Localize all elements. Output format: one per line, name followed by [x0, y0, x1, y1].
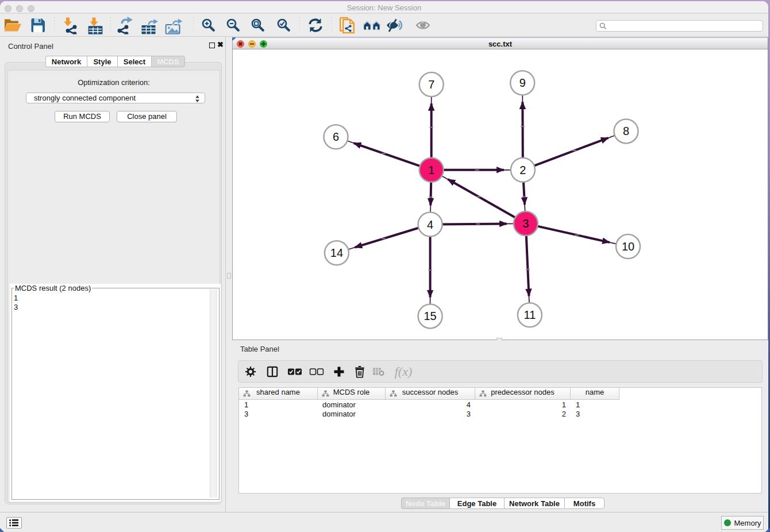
svg-text:9: 9: [519, 76, 526, 89]
svg-text:6: 6: [333, 130, 339, 143]
svg-text:2: 2: [519, 164, 526, 176]
svg-text:10: 10: [622, 240, 634, 253]
svg-text:1: 1: [428, 164, 434, 176]
svg-text:4: 4: [427, 218, 433, 231]
svg-text:3: 3: [522, 217, 529, 230]
svg-text:7: 7: [428, 78, 434, 91]
svg-text:8: 8: [623, 125, 629, 137]
svg-text:15: 15: [424, 310, 436, 322]
svg-text:14: 14: [330, 246, 343, 259]
svg-text:11: 11: [524, 309, 536, 321]
